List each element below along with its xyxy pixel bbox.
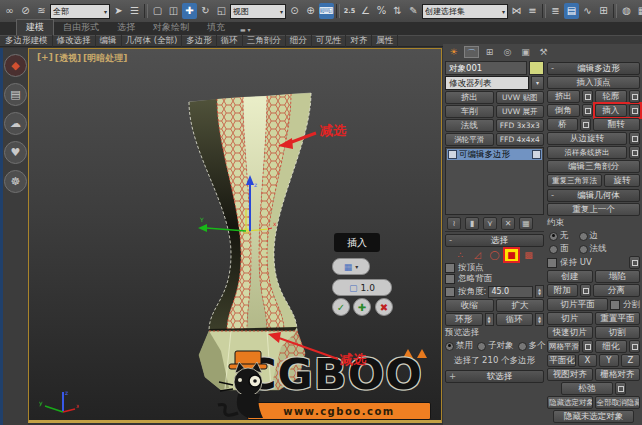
spinner-snap-icon[interactable]: ⇅: [390, 3, 405, 19]
ribbon-tab-freeform[interactable]: 自由形式: [54, 20, 108, 35]
select-and-move-icon[interactable]: ✚: [182, 3, 197, 19]
object-color-swatch[interactable]: [529, 61, 544, 75]
select-by-name-icon[interactable]: ☰: [127, 3, 142, 19]
ribbon-tab-selection[interactable]: 选择: [108, 20, 144, 35]
by-angle-checkbox[interactable]: 按角度:: [445, 287, 486, 297]
select-and-rotate-icon[interactable]: ↻: [198, 3, 213, 19]
flip-button[interactable]: 翻转: [593, 118, 641, 131]
relax-button[interactable]: 松弛: [561, 382, 613, 395]
select-and-link-icon[interactable]: ∞: [2, 3, 17, 19]
schematic-view-icon[interactable]: ⊞: [596, 3, 611, 19]
make-unique-icon[interactable]: ⋎: [483, 217, 497, 230]
planar-z-button[interactable]: Z: [621, 354, 640, 367]
utilities-tab-icon[interactable]: ⚒: [536, 46, 551, 58]
outline-button[interactable]: 轮廓: [595, 90, 628, 103]
reset-plane-button[interactable]: 重置平面: [595, 312, 641, 325]
element-subobject-icon[interactable]: ▩: [522, 249, 535, 261]
loop-button[interactable]: 循环: [496, 313, 534, 326]
ignore-backfacing-checkbox[interactable]: 忽略背面: [445, 274, 544, 284]
selection-rollout-header[interactable]: - 选择: [445, 234, 544, 247]
collapse-button[interactable]: 塌陷: [595, 270, 641, 283]
select-and-manipulate-icon[interactable]: ⊕: [303, 3, 318, 19]
angle-value-input[interactable]: 45.0: [488, 286, 533, 298]
ribbon-tab-modeling[interactable]: 建模: [16, 19, 54, 35]
caddy-group-dropdown[interactable]: ▦ ▾: [332, 258, 370, 275]
edit-geometry-rollout-header[interactable]: - 编辑几何体: [547, 189, 640, 202]
stack-item-toggle[interactable]: [532, 150, 541, 159]
extrude-modifier-button[interactable]: 挤出: [445, 91, 494, 104]
render-setup-icon[interactable]: ▦: [635, 3, 642, 19]
soft-selection-rollout-header[interactable]: + 软选择: [445, 370, 544, 383]
extrude-spline-settings-icon[interactable]: [629, 146, 640, 159]
bridge-button[interactable]: 桥: [547, 118, 578, 131]
subtab-visibility[interactable]: 可见性: [312, 35, 347, 47]
subtab-geometry-all[interactable]: 几何体 (全部): [122, 35, 183, 47]
modifier-list-dropdown[interactable]: 修改器列表: [445, 76, 529, 90]
subtab-polygon-modeling[interactable]: 多边形建模: [1, 35, 53, 47]
caddy-apply-button[interactable]: ✚: [353, 298, 371, 316]
material-editor-icon[interactable]: ◍: [619, 3, 634, 19]
bevel-button[interactable]: 倒角: [547, 104, 580, 117]
lathe-button[interactable]: 车削: [445, 105, 494, 118]
bridge-settings-icon[interactable]: [580, 118, 591, 131]
subtab-polygons[interactable]: 多边形: [182, 35, 217, 47]
planar-x-button[interactable]: X: [578, 354, 597, 367]
preview-multi-radio[interactable]: 多个: [518, 340, 546, 352]
shrink-button[interactable]: 收缩: [445, 299, 494, 312]
turn-button[interactable]: 旋转: [604, 174, 640, 187]
outline-settings-icon[interactable]: [629, 90, 640, 103]
subtab-align[interactable]: 对齐: [346, 35, 372, 47]
create-button[interactable]: 创建: [547, 270, 593, 283]
polygon-subobject-icon[interactable]: ■: [505, 249, 518, 261]
heart-icon[interactable]: ♥: [4, 141, 27, 164]
named-selection-set-dropdown[interactable]: 创建选择集: [422, 4, 508, 19]
loop-spinner[interactable]: [535, 313, 544, 326]
ring-spinner[interactable]: [485, 313, 494, 326]
cut-button[interactable]: 切割: [595, 326, 641, 339]
preview-subobj-radio[interactable]: 子对象: [477, 340, 514, 352]
subtab-loops[interactable]: 循环: [217, 35, 243, 47]
ffd4x4-button[interactable]: FFD 4x4x4: [496, 133, 545, 146]
bevel-settings-icon[interactable]: [582, 104, 593, 117]
msmooth-settings-icon[interactable]: [582, 340, 593, 353]
grid-align-button[interactable]: 栅格对齐: [595, 368, 641, 381]
ribbon-minimize-icon[interactable]: ▬ ▾: [234, 26, 257, 35]
motion-tab-icon[interactable]: ◎: [500, 46, 515, 58]
ffd3x3-button[interactable]: FFD 3x3x3: [496, 119, 545, 132]
chevron-down-icon[interactable]: [531, 76, 544, 90]
constraint-none-radio[interactable]: 无: [549, 230, 569, 242]
hide-selected-button[interactable]: 隐藏选定对象: [547, 396, 593, 409]
object-name-field[interactable]: 对象001: [445, 61, 527, 75]
mirror-icon[interactable]: ⋈: [509, 3, 524, 19]
subtab-properties[interactable]: 属性: [372, 35, 398, 47]
document-icon[interactable]: ▤: [4, 83, 27, 106]
stack-item-editable-poly[interactable]: 可编辑多边形: [447, 149, 542, 160]
select-object-icon[interactable]: ➤: [111, 3, 126, 19]
slice-button[interactable]: 切片: [547, 312, 593, 325]
angle-snap-icon[interactable]: ∠: [358, 3, 373, 19]
ribbon-tab-object-paint[interactable]: 对象绘制: [144, 20, 198, 35]
split-checkbox[interactable]: 分割: [610, 300, 640, 310]
make-planar-button[interactable]: 平面化: [547, 354, 576, 367]
rectangular-selection-region-icon[interactable]: ▢: [150, 3, 165, 19]
angle-spinner[interactable]: [535, 285, 544, 298]
viewport-pov-label[interactable]: [透视]: [55, 52, 81, 65]
msmooth-button[interactable]: 网格平滑: [547, 340, 580, 353]
show-end-result-icon[interactable]: ▮: [465, 217, 479, 230]
3dsmax-logo-icon[interactable]: ◆: [4, 54, 27, 77]
subtab-tris[interactable]: 三角剖分: [243, 35, 286, 47]
preserve-uv-settings-icon[interactable]: [629, 256, 640, 269]
edit-named-selection-sets-icon[interactable]: ✎: [406, 3, 421, 19]
quickslice-button[interactable]: 快速切片: [547, 326, 593, 339]
hinge-settings-icon[interactable]: [629, 132, 640, 145]
keyboard-shortcut-override-icon[interactable]: ⌨: [319, 3, 334, 19]
relax-settings-icon[interactable]: [615, 382, 626, 395]
viewport-shading-label[interactable]: [明暗处理]: [83, 52, 127, 65]
grow-button[interactable]: 扩大: [496, 299, 545, 312]
subtab-subdivision[interactable]: 细分: [286, 35, 312, 47]
inset-settings-icon[interactable]: [629, 104, 640, 117]
unwrap-uvw-button[interactable]: UVW 展开: [496, 105, 545, 118]
preview-off-radio[interactable]: 禁用: [445, 340, 473, 352]
hinge-from-edge-button[interactable]: 从边旋转: [547, 132, 627, 145]
detach-button[interactable]: 分离: [593, 284, 641, 297]
